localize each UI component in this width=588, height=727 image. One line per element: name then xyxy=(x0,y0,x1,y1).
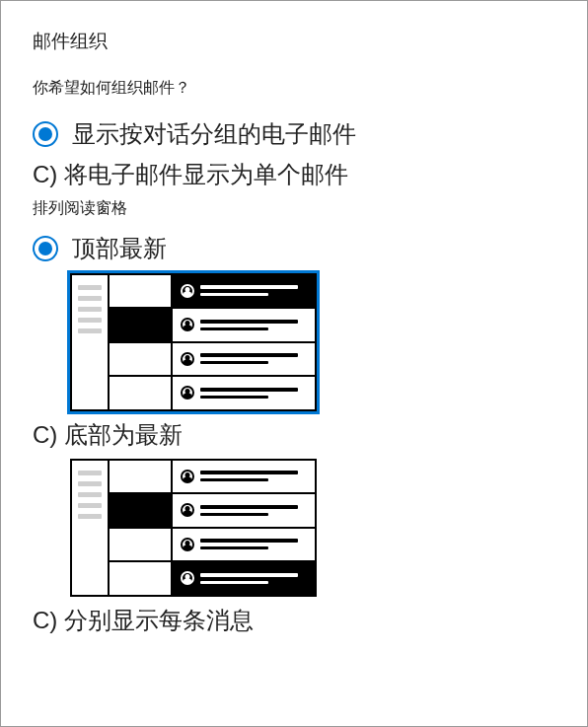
section-title: 邮件组织 xyxy=(33,29,555,54)
radio-selected-icon xyxy=(33,121,58,147)
layout-preview-icon xyxy=(70,273,317,411)
organize-option-single[interactable]: C) 将电子邮件显示为单个邮件 xyxy=(33,159,555,190)
reading-pane-label: 排列阅读窗格 xyxy=(33,198,555,219)
reading-pane-preview-top[interactable] xyxy=(70,273,555,411)
reading-pane-option-top-label: 顶部最新 xyxy=(72,235,167,263)
radio-selected-icon xyxy=(33,236,58,261)
reading-pane-option-bottom[interactable]: C) 底部为最新 xyxy=(33,419,555,451)
reading-pane-option-separate[interactable]: C) 分别显示每条消息 xyxy=(33,605,555,636)
organize-question: 你希望如何组织邮件？ xyxy=(33,78,555,99)
reading-pane-preview-bottom[interactable] xyxy=(70,459,555,597)
reading-pane-option-top[interactable]: 顶部最新 xyxy=(33,235,555,263)
layout-preview-icon xyxy=(70,459,317,597)
organize-option-grouped-label: 显示按对话分组的电子邮件 xyxy=(72,120,356,149)
organize-option-grouped[interactable]: 显示按对话分组的电子邮件 xyxy=(33,120,555,149)
